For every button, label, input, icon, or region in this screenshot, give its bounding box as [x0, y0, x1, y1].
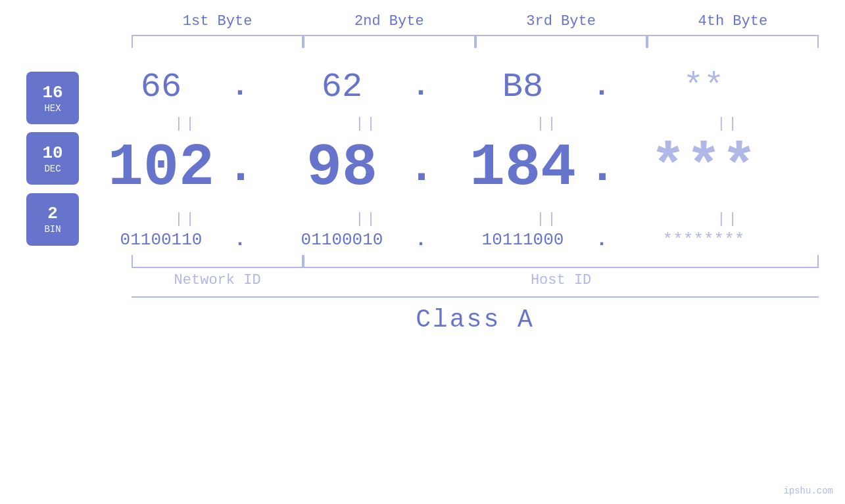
bin-val-4: ********: [638, 230, 769, 250]
class-label-row: Class A: [132, 306, 819, 334]
equals-row-1: || || || ||: [95, 113, 819, 135]
bracket-top-2: [303, 35, 475, 48]
class-bracket-line: [132, 296, 819, 298]
dec-dot-2: .: [408, 145, 434, 191]
bin-num: 2: [47, 204, 58, 224]
rows-area: 66 . 62 . B8 . **: [95, 68, 819, 250]
eq-1-2: ||: [276, 116, 457, 132]
bin-name: BIN: [44, 224, 60, 235]
bracket-net: [132, 255, 303, 268]
hex-cell-4: **: [638, 68, 819, 106]
bin-badge: 2 BIN: [26, 193, 79, 246]
dec-cell-4: ***: [638, 135, 819, 202]
bin-cell-1: 01100110 .: [95, 230, 276, 250]
bin-cell-2: 01100010 .: [276, 230, 457, 250]
bracket-top-3: [475, 35, 647, 48]
bin-val-1: 01100110: [95, 230, 227, 250]
hex-row: 66 . 62 . B8 . **: [95, 68, 819, 106]
bottom-labels: Network ID Host ID: [132, 272, 819, 288]
dec-val-4: ***: [638, 135, 769, 202]
hex-badge: 16 HEX: [26, 72, 79, 124]
bin-cell-3: 10111000 .: [457, 230, 638, 250]
byte2-header: 2nd Byte: [303, 13, 475, 30]
bin-cell-4: ********: [638, 230, 819, 250]
dec-val-1: 102: [95, 135, 227, 202]
hex-cell-3: B8 .: [457, 68, 638, 106]
byte-headers: 1st Byte 2nd Byte 3rd Byte 4th Byte: [132, 13, 819, 30]
hex-dot-3: .: [589, 72, 615, 102]
hex-cell-2: 62 .: [276, 68, 457, 106]
bin-dot-1: .: [227, 230, 253, 250]
eq-1-3: ||: [457, 116, 638, 132]
hex-cells: 66 . 62 . B8 . **: [95, 68, 819, 106]
hex-name: HEX: [44, 103, 60, 114]
dec-dot-3: .: [589, 145, 615, 191]
eq-2-1: ||: [95, 211, 276, 227]
host-id-label: Host ID: [303, 272, 819, 288]
network-id-label: Network ID: [132, 272, 303, 288]
bin-dot-2: .: [408, 230, 434, 250]
watermark: ipshu.com: [783, 486, 833, 496]
main-container: 1st Byte 2nd Byte 3rd Byte 4th Byte 16 H…: [0, 0, 845, 504]
hex-cell-1: 66 .: [95, 68, 276, 106]
dec-val-3: 184: [457, 135, 589, 202]
dec-dot-1: .: [227, 145, 253, 191]
bin-cells: 01100110 . 01100010 . 10111000 . *******…: [95, 230, 819, 250]
bracket-host: [303, 255, 819, 268]
dec-cell-2: 98 .: [276, 135, 457, 202]
eq-2-3: ||: [457, 211, 638, 227]
dec-name: DEC: [44, 164, 60, 174]
equals-row-2: || || || ||: [95, 208, 819, 230]
eq-1-4: ||: [638, 116, 819, 132]
bin-row: 01100110 . 01100010 . 10111000 . *******…: [95, 230, 819, 250]
byte4-header: 4th Byte: [647, 13, 819, 30]
bin-val-2: 01100010: [276, 230, 408, 250]
bracket-top-4: [647, 35, 819, 48]
byte3-header: 3rd Byte: [475, 13, 647, 30]
dec-cells: 102 . 98 . 184 . ***: [95, 135, 819, 202]
eq-2-4: ||: [638, 211, 819, 227]
bracket-top-1: [132, 35, 303, 48]
hex-dot-1: .: [227, 72, 253, 102]
hex-val-2: 62: [276, 68, 408, 106]
byte1-header: 1st Byte: [132, 13, 303, 30]
bottom-brackets: [132, 255, 819, 268]
dec-cell-3: 184 .: [457, 135, 638, 202]
main-content: 16 HEX 10 DEC 2 BIN 66 .: [26, 68, 819, 250]
bin-dot-3: .: [589, 230, 615, 250]
hex-val-3: B8: [457, 68, 589, 106]
dec-cell-1: 102 .: [95, 135, 276, 202]
eq-2-2: ||: [276, 211, 457, 227]
dec-num: 10: [42, 143, 62, 164]
bin-val-3: 10111000: [457, 230, 589, 250]
hex-dot-2: .: [408, 72, 434, 102]
hex-val-1: 66: [95, 68, 227, 106]
dec-row: 102 . 98 . 184 . ***: [95, 135, 819, 202]
hex-val-4: **: [638, 68, 769, 106]
dec-badge: 10 DEC: [26, 132, 79, 185]
class-section: Class A: [132, 296, 819, 334]
bottom-section: Network ID Host ID: [132, 255, 819, 288]
dec-val-2: 98: [276, 135, 408, 202]
eq-1-1: ||: [95, 116, 276, 132]
class-label: Class A: [416, 306, 535, 334]
top-brackets: [132, 35, 819, 48]
hex-num: 16: [42, 83, 62, 103]
base-labels: 16 HEX 10 DEC 2 BIN: [26, 68, 95, 250]
